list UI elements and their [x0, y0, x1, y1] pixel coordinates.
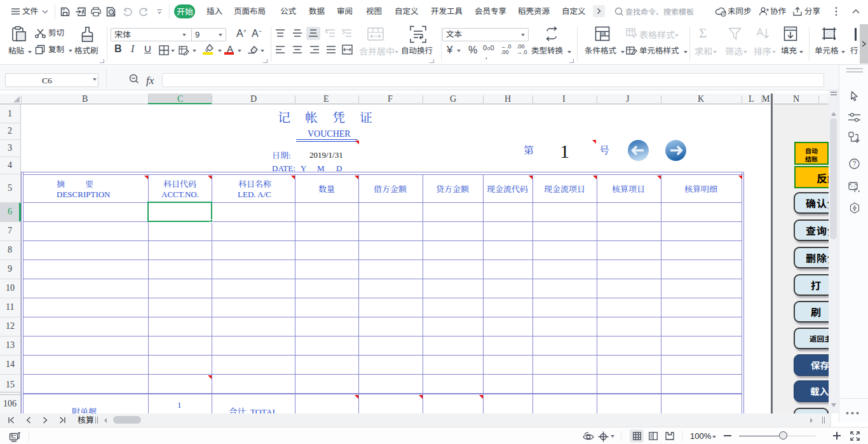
- svg-text:?: ?: [853, 160, 857, 167]
